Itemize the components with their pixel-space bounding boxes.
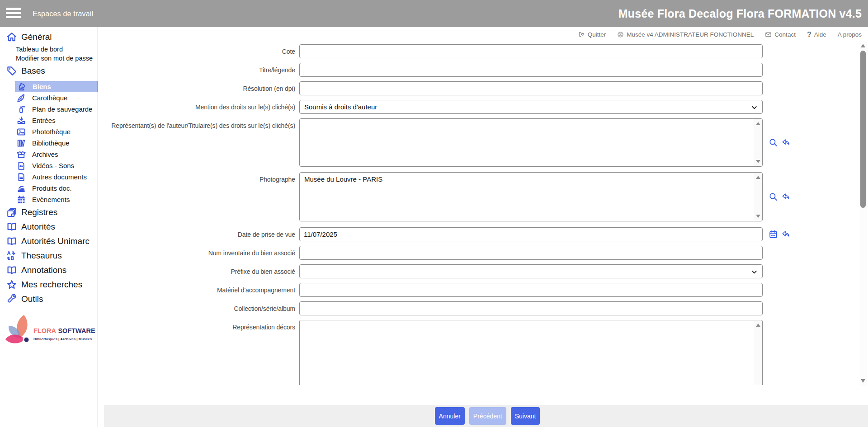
sidebar-section-outils[interactable]: Outils [0,293,98,305]
sidebar-item-produits-doc[interactable]: Produits doc. [15,183,98,194]
textarea-scrollbar[interactable] [754,321,762,385]
sidebar-section-general[interactable]: Général [0,31,98,43]
footer-action-bar: Annuler Précédent Suivant [104,405,868,427]
resolution-input[interactable] [299,81,763,95]
photographe-textarea[interactable] [300,173,754,221]
cote-input[interactable] [299,44,763,58]
sidebar-item-phototheque[interactable]: Photothèque [15,126,98,137]
form-row-cote: Cote [99,44,860,58]
scrollbar-down-arrow-icon[interactable] [861,379,865,383]
field-label: Mention des droits sur le(s) cliché(s) [99,100,295,114]
search-icon[interactable] [769,192,778,202]
question-mark-icon: ? [807,31,811,39]
undo-icon[interactable] [781,192,791,202]
sidebar-section-label: Général [21,32,52,42]
user-menu[interactable]: Musée v4 ADMINISTRATEUR FONCTIONNEL [617,31,754,38]
form-row-prefixe: Préfixe du bien associé [99,264,860,278]
field-label: Résolution (en dpi) [99,81,295,95]
wrench-icon [6,294,17,305]
help-button[interactable]: ? Aide [807,31,826,39]
sidebar-item-plan-de-sauvegarde[interactable]: Plan de sauvegarde [15,103,98,115]
sidebar-section-autorites-unimarc[interactable]: Autorités Unimarc [0,235,98,248]
form-row-materiel: Matériel d'accompagnement [99,283,860,297]
sidebar-section-annotations[interactable]: Annotations [0,264,98,277]
home-icon [6,32,17,42]
quit-button[interactable]: Quitter [578,31,606,38]
open-book-icon [6,236,17,247]
chevron-down-icon [751,268,758,275]
sidebar: Général Tableau de bord Modifier son mot… [0,27,98,427]
calendar-icon[interactable] [769,230,778,239]
search-icon[interactable] [769,138,778,147]
scroll-down-arrow-icon [756,215,760,218]
page-scrollbar[interactable] [859,42,867,386]
precedent-button[interactable]: Précédent [469,407,506,425]
sidebar-section-autorites[interactable]: Autorités [0,221,98,233]
hamburger-menu-icon[interactable] [6,8,21,19]
main-content: Quitter Musée v4 ADMINISTRATEUR FONCTION… [99,27,868,427]
num-inventaire-input[interactable] [299,246,763,260]
logo-brand-primary: FLORA [33,327,56,334]
open-book-icon [6,221,17,232]
form-row-photographe: Photographe [99,172,860,221]
workspace-label[interactable]: Espaces de travail [33,0,93,27]
sidebar-section-bases[interactable]: Bases [0,65,98,77]
user-circle-icon [617,31,624,38]
form-row-representants: Représentant(s) de l'auteur/Titulaire(s)… [99,118,860,167]
app-title: Musée Flora Decalog Flora FORMATION v4.5 [618,0,862,27]
logo-brand-secondary: SOFTWARE [58,327,95,334]
sidebar-section-registres[interactable]: Registres [0,206,98,219]
scroll-down-arrow-icon [756,160,760,163]
sidebar-item-videos-sons[interactable]: Vidéos - Sons [15,160,98,171]
scrollbar-up-arrow-icon[interactable] [861,44,865,47]
representation-decors-textarea[interactable] [300,320,754,385]
form-viewport: Cote Titre/légende Résolution (en dpi) M… [99,43,860,385]
sidebar-link-tableau-de-bord[interactable]: Tableau de bord [16,45,98,54]
collection-input[interactable] [299,301,763,315]
toolbar: Quitter Musée v4 ADMINISTRATEUR FONCTION… [99,27,862,42]
sidebar-item-biens[interactable]: Biens [15,81,98,92]
form-row-mention-droits: Mention des droits sur le(s) cliché(s) S… [99,100,860,114]
sidebar-item-entrees[interactable]: Entrées [15,115,98,126]
sidebar-item-archives[interactable]: Archives [15,149,98,160]
svg-text:FLORASOFTWARE: FLORASOFTWARE [33,327,95,334]
sidebar-item-autres-documents[interactable]: Autres documents [15,171,98,183]
video-file-icon [16,161,26,171]
textarea-scrollbar[interactable] [754,119,762,166]
representants-textarea[interactable] [300,119,754,166]
suivant-button[interactable]: Suivant [511,407,540,425]
scrollbar-thumb[interactable] [860,51,866,208]
sidebar-section-thesaurus[interactable]: Thesaurus [0,249,98,262]
materiel-input[interactable] [299,283,763,297]
inbox-download-icon [16,116,26,126]
chevron-down-icon [751,104,758,111]
textarea-scrollbar[interactable] [754,173,762,221]
mention-droits-select[interactable]: Soumis à droits d'auteur [299,100,763,114]
open-box-icon [16,150,26,160]
sidebar-section-mes-recherches[interactable]: Mes recherches [0,278,98,291]
contact-button[interactable]: Contact [765,31,796,38]
undo-icon[interactable] [781,230,791,239]
undo-icon[interactable] [781,138,791,147]
field-label: Date de prise de vue [99,227,295,241]
titre-legende-input[interactable] [299,63,763,77]
field-label: Collection/série/album [99,301,295,315]
field-label: Matériel d'accompagnement [99,283,295,297]
star-icon [6,279,17,290]
flora-software-logo: FLORASOFTWARE Bibliothèques | Archives |… [5,314,95,346]
photo-icon [16,127,26,137]
annuler-button[interactable]: Annuler [435,407,465,425]
scroll-up-arrow-icon [756,176,760,179]
prefixe-select[interactable] [299,264,763,278]
form-row-collection: Collection/série/album [99,301,860,315]
sort-alpha-icon [6,250,17,261]
about-button[interactable]: A propos [838,31,862,38]
sidebar-item-bibliotheque[interactable]: Bibliothèque [15,137,98,149]
sidebar-link-modifier-mot-de-passe[interactable]: Modifier son mot de passe [16,54,98,63]
date-prise-vue-input[interactable] [299,227,763,241]
envelope-icon [765,31,772,38]
books-icon [16,138,26,148]
sidebar-item-carotheque[interactable]: Carothèque [15,92,98,103]
form-row-representation-decors: Représentation décors [99,320,860,385]
sidebar-item-evenements[interactable]: Evènements [15,194,98,205]
